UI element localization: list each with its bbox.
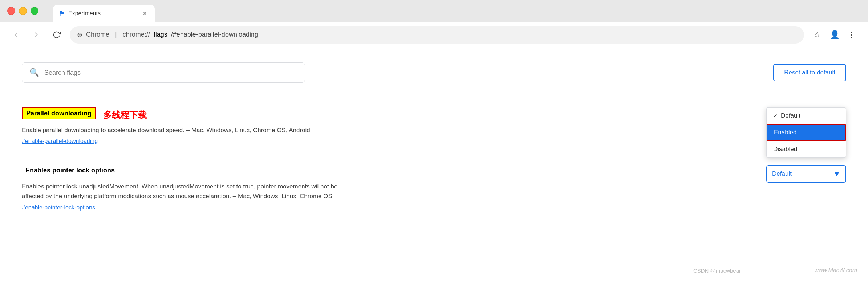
main-content: 🔍 Reset all to default Parallel download… xyxy=(0,48,868,281)
chevron-down-icon: ▼ xyxy=(833,170,840,178)
address-separator: | xyxy=(115,31,117,38)
dropdown-value-pointer: Default xyxy=(772,170,792,178)
option-label-default: Default xyxy=(781,112,800,119)
flag-parallel-downloading-desc: Enable parallel downloading to accelerat… xyxy=(22,125,349,135)
option-label-disabled: Disabled xyxy=(773,146,797,153)
flag-parallel-downloading-title: Parallel downloading xyxy=(22,107,96,119)
dropdown-menu: Default Enabled Disabled xyxy=(766,107,846,158)
close-button[interactable] xyxy=(7,7,15,15)
bookmark-button[interactable]: ☆ xyxy=(810,28,824,42)
dropdown-option-disabled[interactable]: Disabled xyxy=(767,141,846,157)
dropdown-select-pointer[interactable]: Default ▼ xyxy=(766,165,846,183)
navbar: ⊕ Chrome | chrome://flags/#enable-parall… xyxy=(0,22,868,48)
tab-close-button[interactable]: ✕ xyxy=(141,9,149,17)
flag-item: Enables pointer lock options Enables poi… xyxy=(22,155,846,221)
reload-button[interactable] xyxy=(49,28,64,42)
minimize-button[interactable] xyxy=(19,7,27,15)
address-bar[interactable]: ⊕ Chrome | chrome://flags/#enable-parall… xyxy=(70,26,804,44)
flag-pointer-lock-dropdown[interactable]: Default ▼ xyxy=(766,165,846,183)
flag-title-row-2: Enables pointer lock options xyxy=(22,165,752,179)
reset-all-button[interactable]: Reset all to default xyxy=(773,64,846,81)
flag-pointer-lock-title: Enables pointer lock options xyxy=(22,165,118,176)
flag-pointer-lock-link[interactable]: #enable-pointer-lock-options xyxy=(22,204,95,211)
search-icon: 🔍 xyxy=(29,68,39,77)
flag-pointer-lock-desc: Enables pointer lock unadjustedMovement.… xyxy=(22,182,349,201)
maximize-button[interactable] xyxy=(31,7,38,15)
address-host: flags xyxy=(154,31,167,38)
address-scheme: chrome:// xyxy=(123,31,150,38)
dropdown-option-enabled[interactable]: Enabled xyxy=(767,124,846,141)
flag-annotation: 多线程下载 xyxy=(103,109,147,121)
browser-tab[interactable]: ⚑ Experiments ✕ xyxy=(53,5,155,22)
new-tab-button[interactable]: + xyxy=(158,6,172,20)
security-icon: ⊕ xyxy=(77,31,82,39)
search-box[interactable]: 🔍 xyxy=(22,62,305,83)
address-display: Chrome xyxy=(86,31,109,38)
profile-button[interactable]: 👤 xyxy=(827,28,842,42)
watermark: www.MacW.com xyxy=(814,267,857,274)
address-path: /#enable-parallel-downloading xyxy=(171,31,258,38)
dropdown-option-default[interactable]: Default xyxy=(767,108,846,124)
tab-title: Experiments xyxy=(68,10,137,17)
search-row: 🔍 Reset all to default xyxy=(22,62,846,83)
traffic-lights xyxy=(7,7,38,15)
forward-button[interactable] xyxy=(29,28,44,42)
flag-item: Parallel downloading 多线程下载 Enable parall… xyxy=(22,97,846,155)
experiments-tab-icon: ⚑ xyxy=(59,9,65,17)
flag-parallel-downloading-info: Parallel downloading 多线程下载 Enable parall… xyxy=(22,107,752,144)
flag-title-row: Parallel downloading 多线程下载 xyxy=(22,107,752,122)
flag-parallel-downloading-dropdown[interactable]: Default ▲ Default Enabled Disabled xyxy=(766,107,846,125)
option-label-enabled: Enabled xyxy=(774,129,796,136)
menu-button[interactable]: ⋮ xyxy=(845,28,859,42)
flag-pointer-lock-info: Enables pointer lock options Enables poi… xyxy=(22,165,752,211)
search-input[interactable] xyxy=(44,69,297,77)
back-button[interactable] xyxy=(9,28,23,42)
flag-parallel-downloading-link[interactable]: #enable-parallel-downloading xyxy=(22,138,98,144)
watermark2: CSDN @macwbear xyxy=(693,268,741,274)
nav-actions: ☆ 👤 ⋮ xyxy=(810,28,859,42)
